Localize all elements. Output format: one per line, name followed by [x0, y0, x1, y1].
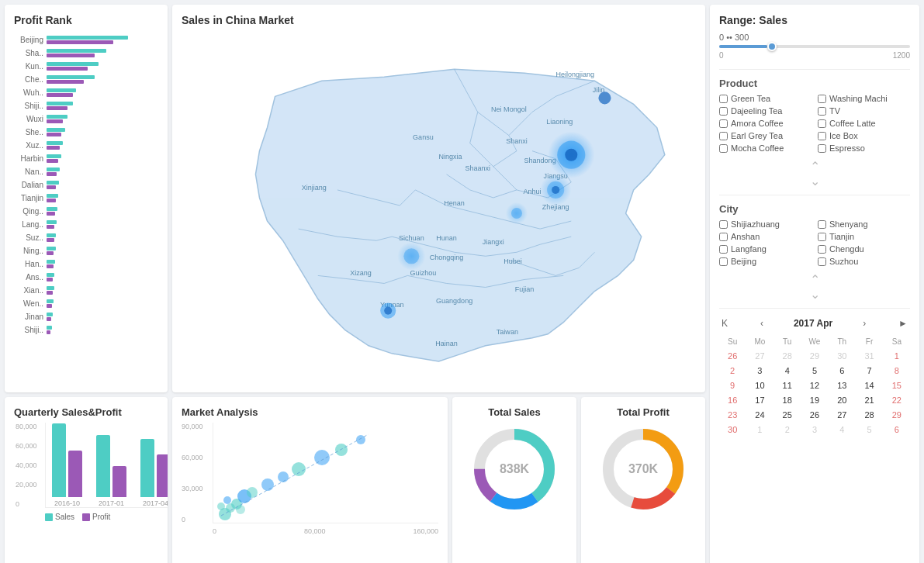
calendar-day[interactable]: 6 — [829, 364, 855, 378]
profit-bar-item: She.. — [14, 126, 158, 137]
product-checkbox-item[interactable]: Washing Machi — [818, 94, 910, 103]
product-checkbox-item[interactable]: Coffee Latte — [818, 119, 910, 128]
calendar-day[interactable]: 8 — [884, 364, 910, 378]
calendar-day[interactable]: 12 — [801, 378, 828, 392]
profit-bar-item: Tianjin — [14, 192, 158, 203]
svg-point-43 — [223, 496, 231, 504]
svg-point-49 — [292, 462, 306, 476]
slider-thumb[interactable] — [767, 42, 777, 51]
bar-profit-2017-04 — [157, 454, 168, 497]
product-checkbox-grid: Green TeaWashing MachiDajeeling TeaTVAmo… — [719, 94, 910, 153]
calendar-day[interactable]: 27 — [746, 349, 773, 363]
calendar-day[interactable]: 28 — [774, 349, 801, 363]
calendar-day[interactable]: 14 — [856, 378, 882, 392]
calendar-day[interactable]: 30 — [719, 423, 746, 437]
profit-bar-item: Nan.. — [14, 166, 158, 177]
calendar-day[interactable]: 7 — [856, 364, 882, 378]
calendar-day[interactable]: 2 — [774, 423, 801, 437]
cal-first-nav[interactable]: K — [719, 316, 730, 330]
svg-point-36 — [598, 92, 611, 104]
calendar-day-name: Su — [719, 335, 746, 348]
calendar-day[interactable]: 4 — [829, 423, 855, 437]
city-section: City ShijiazhuangShenyangAnshanTianjinLa… — [719, 203, 910, 266]
calendar-day[interactable]: 17 — [746, 393, 773, 407]
calendar-day[interactable]: 26 — [801, 408, 828, 422]
calendar-day[interactable]: 18 — [774, 393, 801, 407]
city-checkbox-item[interactable]: Chengdu — [818, 244, 910, 254]
calendar-day[interactable]: 26 — [719, 349, 746, 363]
calendar-day[interactable]: 28 — [856, 408, 882, 422]
profit-bar-item: Shiji.. — [14, 100, 158, 111]
range-slider-track[interactable] — [719, 45, 910, 48]
right-panel: Range: Sales 0 •• 300 0 1200 Product Gre… — [710, 5, 919, 563]
scroll-up-arrow[interactable]: ⌃ — [719, 159, 910, 174]
calendar-day[interactable]: 5 — [801, 364, 828, 378]
svg-point-31 — [552, 186, 559, 194]
calendar-day[interactable]: 21 — [856, 393, 882, 407]
product-section: Product Green TeaWashing MachiDajeeling … — [719, 78, 910, 153]
product-checkbox-item[interactable]: Mocha Coffee — [719, 143, 812, 153]
cal-last-nav[interactable]: ► — [896, 316, 910, 330]
product-checkbox-item[interactable]: Espresso — [818, 143, 910, 153]
svg-text:Ningxia: Ningxia — [439, 153, 463, 161]
cal-prev-nav[interactable]: ‹ — [758, 316, 766, 330]
calendar-day[interactable]: 31 — [856, 349, 882, 363]
svg-text:Hubei: Hubei — [504, 257, 522, 265]
profit-bar-item: Han.. — [14, 258, 158, 269]
calendar-day[interactable]: 20 — [829, 393, 855, 407]
product-checkbox-item[interactable]: Amora Coffee — [719, 119, 812, 128]
calendar-day[interactable]: 9 — [719, 378, 746, 392]
city-checkbox-item[interactable]: Suzhou — [818, 257, 910, 266]
total-sales-panel: Total Sales 838K — [452, 397, 576, 563]
city-checkbox-item[interactable]: Shenyang — [818, 219, 910, 229]
cal-next-nav[interactable]: › — [860, 316, 868, 330]
city-checkbox-item[interactable]: Anshan — [719, 232, 812, 241]
calendar-day[interactable]: 13 — [829, 378, 855, 392]
city-checkbox-item[interactable]: Langfang — [719, 244, 812, 254]
city-checkbox-item[interactable]: Shijiazhuang — [719, 219, 812, 229]
calendar-day[interactable]: 1 — [746, 423, 773, 437]
calendar-day[interactable]: 16 — [719, 393, 746, 407]
calendar-day[interactable]: 23 — [719, 408, 746, 422]
calendar-day[interactable]: 22 — [884, 393, 910, 407]
product-title: Product — [719, 78, 910, 89]
calendar-day[interactable]: 1 — [884, 349, 910, 363]
calendar-grid: SuMoTuWeThFrSa26272829303112345678910111… — [719, 335, 910, 437]
calendar-day[interactable]: 4 — [774, 364, 801, 378]
calendar-day[interactable]: 11 — [774, 378, 801, 392]
profit-bar-item: Beijing — [14, 34, 158, 45]
market-analysis-panel: Market Analysis 90,000 60,000 30,000 0 — [172, 397, 448, 563]
city-checkbox-item[interactable]: Beijing — [719, 257, 812, 266]
city-scroll-down[interactable]: ⌄ — [719, 287, 910, 302]
calendar-day[interactable]: 3 — [746, 364, 773, 378]
bar-sales-2017-01 — [96, 435, 110, 497]
slider-fill — [719, 45, 767, 48]
calendar-day[interactable]: 29 — [884, 408, 910, 422]
calendar-day[interactable]: 19 — [801, 393, 828, 407]
calendar-day[interactable]: 6 — [884, 423, 910, 437]
calendar-day[interactable]: 15 — [884, 378, 910, 392]
calendar-day[interactable]: 25 — [774, 408, 801, 422]
city-checkbox-item[interactable]: Tianjin — [818, 232, 910, 241]
calendar-day[interactable]: 27 — [829, 408, 855, 422]
calendar-day-name: Tu — [774, 335, 801, 348]
calendar-day[interactable]: 29 — [801, 349, 828, 363]
product-checkbox-item[interactable]: Green Tea — [719, 94, 812, 103]
scroll-down-arrow[interactable]: ⌄ — [719, 174, 910, 188]
calendar-day[interactable]: 2 — [719, 364, 746, 378]
calendar-day[interactable]: 5 — [856, 423, 882, 437]
city-scroll-up[interactable]: ⌃ — [719, 272, 910, 287]
profit-bar-item: Harbin — [14, 153, 158, 164]
calendar-day[interactable]: 3 — [801, 423, 828, 437]
product-checkbox-item[interactable]: TV — [818, 106, 910, 116]
range-labels: 0 1200 — [719, 51, 910, 60]
product-checkbox-item[interactable]: Earl Grey Tea — [719, 131, 812, 140]
calendar-day[interactable]: 30 — [829, 349, 855, 363]
product-checkbox-item[interactable]: Ice Box — [818, 131, 910, 140]
calendar-day[interactable]: 24 — [746, 408, 773, 422]
product-checkbox-item[interactable]: Dajeeling Tea — [719, 106, 812, 116]
calendar-day[interactable]: 10 — [746, 378, 773, 392]
profit-bar-item: Wuxi — [14, 113, 158, 124]
svg-text:Taiwan: Taiwan — [497, 328, 518, 336]
svg-point-38 — [384, 307, 392, 315]
